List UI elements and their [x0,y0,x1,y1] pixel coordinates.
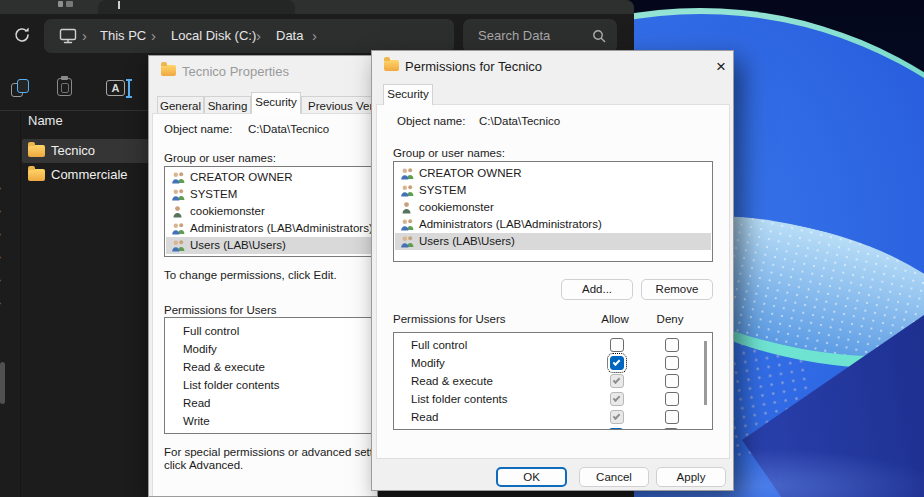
refresh-icon[interactable] [13,26,31,44]
permission-name: Read & execute [411,372,493,390]
properties-dialog: Tecnico Properties General Sharing Secur… [148,55,378,497]
breadcrumb-data[interactable]: Data [276,19,303,53]
permission-item[interactable]: Write [166,412,378,430]
permissions-grid: Full control Modify Read & execute List … [393,332,713,430]
breadcrumb-chevron-icon: › [151,19,156,53]
tab-previous-versions[interactable]: Previous Vers [301,96,378,113]
tab-security[interactable]: Security [251,92,301,114]
object-name-label: Object name: [164,123,232,135]
user-name: SYSTEM [190,186,237,203]
permission-name: Write [183,412,210,430]
user-list-item[interactable]: CREATOR OWNER [166,169,378,186]
breadcrumb-chevron-icon: › [312,19,317,53]
object-name-label: Object name: [397,115,465,127]
permission-row-list-folder-contents: List folder contents [395,390,711,408]
nav-pane-scrollbar[interactable] [0,362,5,404]
user-name: CREATOR OWNER [190,169,292,186]
permissions-listbox: Full control Modify Read & execute List … [164,317,378,434]
permission-item[interactable]: Read [166,394,378,412]
user-name: cookiemonster [190,203,265,220]
deny-checkbox[interactable] [665,356,679,370]
user-name: Users (LAB\Users) [190,237,286,254]
user-list-item[interactable]: cookiemonster [395,199,711,216]
user-list-item[interactable]: Users (LAB\Users) [166,237,378,254]
remove-button[interactable]: Remove [641,279,713,300]
tab-icon-fragment [66,1,73,7]
tree-expand-chevron-icon[interactable]: › [0,206,1,216]
deny-checkbox[interactable] [665,410,679,424]
pane-divider [20,111,21,497]
user-list-item[interactable]: SYSTEM [166,186,378,203]
ok-button[interactable]: OK [496,467,567,487]
permission-item[interactable]: Modify [166,340,378,358]
deny-checkbox[interactable] [665,338,679,352]
object-name-value: C:\Data\Tecnico [479,115,560,127]
permissions-scrollbar[interactable] [704,341,707,405]
permission-name: Full control [183,322,239,340]
allow-checkbox[interactable] [610,356,624,370]
tab-general[interactable]: General [157,96,204,113]
breadcrumb-this-pc[interactable]: This PC [100,19,146,53]
group-icon [400,218,415,231]
user-list-item[interactable]: Users (LAB\Users) [395,233,711,250]
user-name: CREATOR OWNER [419,165,521,182]
tab-security[interactable]: Security [383,84,433,105]
permission-name: Modify [183,340,217,358]
group-icon [400,167,415,180]
user-list-item[interactable]: CREATOR OWNER [395,165,711,182]
tree-expand-chevron-icon[interactable]: › [0,252,1,262]
tree-expand-chevron-icon[interactable]: › [0,183,1,193]
group-icon [171,171,186,184]
group-user-label: Group or user names: [164,152,276,164]
clipped-deny-checkbox [664,428,678,430]
allow-checkbox[interactable] [610,392,624,406]
permission-name: Read [411,408,439,426]
tree-expand-chevron-icon[interactable]: › [0,275,1,285]
permission-row-read: Read [395,408,711,426]
permission-item[interactable]: Read & execute [166,358,378,376]
folder-name: Tecnico [51,139,95,163]
allow-checkbox[interactable] [610,338,624,352]
folder-icon [28,145,45,157]
paste-icon[interactable] [57,76,73,97]
group-icon [400,184,415,197]
explorer-active-tab[interactable] [98,0,295,14]
tree-expand-chevron-icon[interactable]: › [0,298,1,308]
user-list-item[interactable]: Administrators (LAB\Administrators) [395,216,711,233]
breadcrumb-local-disk[interactable]: Local Disk (C:) [171,19,256,53]
close-icon[interactable]: × [708,55,734,79]
apply-button[interactable]: Apply [656,467,726,487]
allow-checkbox[interactable] [610,410,624,424]
advanced-hint-line2: click Advanced. [164,459,243,471]
permission-item[interactable]: List folder contents [166,376,378,394]
permission-name: List folder contents [183,376,280,394]
deny-checkbox[interactable] [665,392,679,406]
user-list-item[interactable]: Administrators (LAB\Administrators) [166,220,378,237]
edit-hint-text: To change permissions, click Edit. [164,269,337,281]
group-user-label: Group or user names: [393,147,505,159]
copy-icon[interactable] [11,79,33,99]
folder-icon [28,169,45,181]
user-list-item[interactable]: cookiemonster [166,203,378,220]
address-bar[interactable]: › This PC › Local Disk (C:) › Data › [44,19,454,53]
file-row-commerciale[interactable]: Commerciale [22,163,149,187]
cancel-button[interactable]: Cancel [579,467,649,487]
rename-icon[interactable]: A [106,79,132,98]
column-header-name[interactable]: Name [28,113,63,128]
tab-sharing[interactable]: Sharing [204,96,251,113]
file-row-tecnico[interactable]: Tecnico [22,139,149,163]
clipped-allow-checkbox [609,428,623,430]
tab-icon-fragment [58,1,63,7]
permission-name: Modify [411,354,445,372]
tree-expand-chevron-icon[interactable]: › [0,229,1,239]
search-box[interactable]: Search Data [463,19,617,53]
user-list-item[interactable]: SYSTEM [395,182,711,199]
object-name-value: C:\Data\Tecnico [248,123,329,135]
tab-icon-fragment [118,1,120,9]
allow-checkbox[interactable] [610,374,624,388]
deny-checkbox[interactable] [665,374,679,388]
permission-item[interactable]: Full control [166,322,378,340]
user-name: Administrators (LAB\Administrators) [190,220,373,237]
add-button[interactable]: Add... [561,279,633,300]
search-icon [592,29,606,43]
